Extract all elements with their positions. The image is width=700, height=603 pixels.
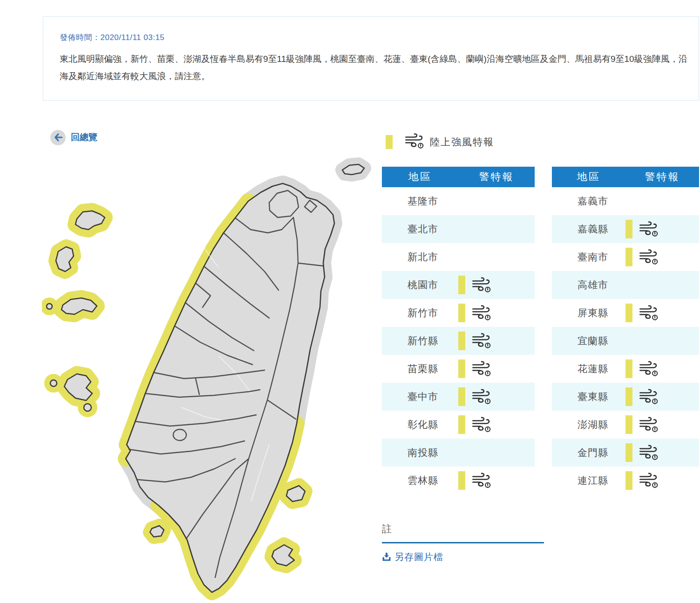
region-label: 新竹縣: [382, 334, 458, 347]
warning-table-right: 地區 警特報 嘉義市嘉義縣 臺南市 高雄市屏東縣 宜蘭縣花蓮縣 臺東縣: [552, 167, 699, 495]
warning-cell: [458, 387, 535, 406]
island-liuqiu: [150, 526, 164, 537]
save-image-link[interactable]: 另存圖片檔: [382, 551, 443, 563]
region-label: 新竹市: [382, 306, 458, 319]
region-label: 臺南市: [552, 251, 625, 264]
region-label: 連江縣: [552, 474, 625, 487]
warning-color-bar: [625, 220, 632, 238]
region-label: 基隆市: [382, 195, 458, 208]
warning-table-left: 地區 警特報 基隆市臺北市新北市桃園市 新竹市 新竹縣 苗栗縣 臺中市: [382, 167, 535, 495]
region-label: 屏東縣: [552, 306, 625, 319]
warning-color-bar: [625, 359, 632, 378]
region-label: 花蓮縣: [552, 362, 625, 375]
table-row[interactable]: 臺北市: [382, 215, 535, 243]
table-row[interactable]: 桃園市: [382, 271, 535, 299]
warning-cell: [625, 220, 699, 238]
table-row[interactable]: 臺南市: [552, 243, 699, 271]
island-green: [286, 486, 305, 501]
strong-wind-icon: [472, 417, 491, 433]
region-label: 雲林縣: [382, 474, 458, 487]
warning-color-bar: [458, 304, 465, 322]
table-row[interactable]: 雲林縣: [382, 467, 535, 495]
strong-wind-icon: [472, 333, 491, 349]
strong-wind-icon: [639, 249, 659, 265]
warning-cell: [625, 304, 699, 322]
table-row[interactable]: 新竹市: [382, 299, 535, 327]
region-label: 嘉義市: [552, 195, 625, 208]
region-label: 桃園市: [382, 278, 458, 291]
region-label: 彰化縣: [382, 418, 458, 431]
island-orchid: [272, 545, 294, 566]
warning-color-bar: [625, 443, 632, 462]
warning-color-bar: [625, 304, 632, 322]
region-label: 臺北市: [382, 223, 458, 236]
warning-color-bar: [458, 471, 465, 490]
warning-cell: [625, 471, 699, 490]
table-row[interactable]: 臺中市: [382, 383, 535, 411]
table-row[interactable]: 臺東縣: [552, 383, 699, 411]
island-matsu: [56, 211, 105, 271]
table-row[interactable]: 連江縣: [552, 467, 699, 495]
region-label: 嘉義縣: [552, 223, 625, 236]
table-row[interactable]: 嘉義縣: [552, 215, 699, 243]
table-row[interactable]: 基隆市: [382, 187, 535, 215]
table-header: 地區 警特報: [552, 167, 699, 187]
table-row[interactable]: 嘉義市: [552, 187, 699, 215]
strong-wind-icon: [639, 221, 659, 237]
table-row[interactable]: 彰化縣: [382, 411, 535, 439]
taiwan-warning-map: [42, 156, 374, 603]
note-label: 註: [382, 522, 392, 535]
warning-cell: [458, 415, 535, 434]
strong-wind-icon: [639, 361, 659, 377]
warning-color-bar: [458, 276, 465, 294]
column-header-region: 地區: [382, 170, 458, 184]
warning-cell: [458, 304, 535, 322]
warning-cell: [458, 359, 535, 378]
publish-time: 發佈時間：2020/11/11 03:15: [60, 32, 164, 43]
table-row[interactable]: 澎湖縣: [552, 411, 699, 439]
back-label: 回總覽: [71, 131, 97, 143]
notice-box: 發佈時間：2020/11/11 03:15 東北風明顯偏強，新竹、苗栗、澎湖及恆…: [43, 16, 699, 101]
warning-color-bar: [625, 471, 632, 490]
back-to-overview-button[interactable]: 回總覽: [50, 129, 97, 145]
warning-cell: [625, 248, 699, 266]
table-row[interactable]: 南投縣: [382, 439, 535, 467]
table-row[interactable]: 花蓮縣: [552, 355, 699, 383]
warning-cell: [625, 359, 699, 378]
region-label: 宜蘭縣: [552, 334, 625, 347]
warning-cell: [625, 387, 699, 406]
legend-color-swatch: [386, 135, 393, 149]
strong-wind-icon: [405, 133, 424, 149]
region-label: 澎湖縣: [552, 418, 625, 431]
island-kinmen: [47, 298, 97, 314]
warning-cell: [458, 276, 535, 294]
warning-cell: [625, 443, 699, 462]
warning-color-bar: [458, 332, 465, 350]
region-label: 南投縣: [382, 446, 458, 459]
table-row[interactable]: 苗栗縣: [382, 355, 535, 383]
strong-wind-icon: [472, 277, 491, 293]
column-header-warning: 警特報: [458, 170, 535, 184]
table-row[interactable]: 新竹縣: [382, 327, 535, 355]
left-arrow-icon: [50, 130, 66, 145]
table-row[interactable]: 屏東縣: [552, 299, 699, 327]
table-row[interactable]: 宜蘭縣: [552, 327, 699, 355]
table-row[interactable]: 金門縣: [552, 439, 699, 467]
region-label: 苗栗縣: [382, 362, 458, 375]
warning-color-bar: [625, 387, 632, 406]
legend-label: 陸上強風特報: [430, 136, 494, 149]
warning-color-bar: [458, 415, 465, 434]
column-header-warning: 警特報: [625, 170, 699, 184]
warning-cell: [458, 332, 535, 350]
strong-wind-icon: [639, 445, 659, 461]
island-penghu: [50, 374, 92, 411]
strong-wind-icon: [639, 417, 659, 433]
table-row[interactable]: 新北市: [382, 243, 535, 271]
table-row[interactable]: 高雄市: [552, 271, 699, 299]
strong-wind-icon: [472, 305, 491, 321]
save-image-label: 另存圖片檔: [394, 551, 443, 563]
warning-cell: [458, 471, 535, 490]
island-turtle: [342, 164, 364, 175]
column-header-region: 地區: [552, 170, 625, 184]
region-label: 高雄市: [552, 278, 625, 291]
